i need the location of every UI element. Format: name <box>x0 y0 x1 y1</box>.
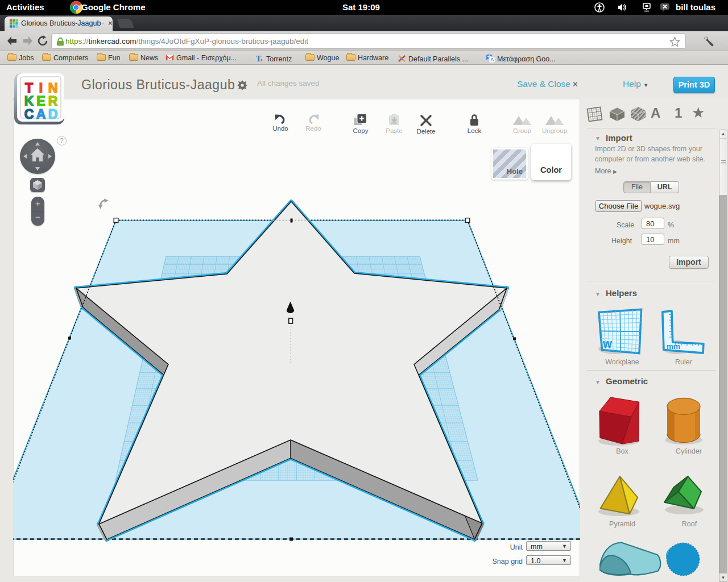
svg-text:A: A <box>36 107 46 122</box>
svg-text:D: D <box>48 107 58 122</box>
svg-text:W: W <box>603 339 613 350</box>
svg-text:C: C <box>24 107 34 122</box>
svg-text:mm: mm <box>667 342 680 351</box>
svg-text:A: A <box>490 57 494 63</box>
svg-text:z: z <box>260 57 263 63</box>
